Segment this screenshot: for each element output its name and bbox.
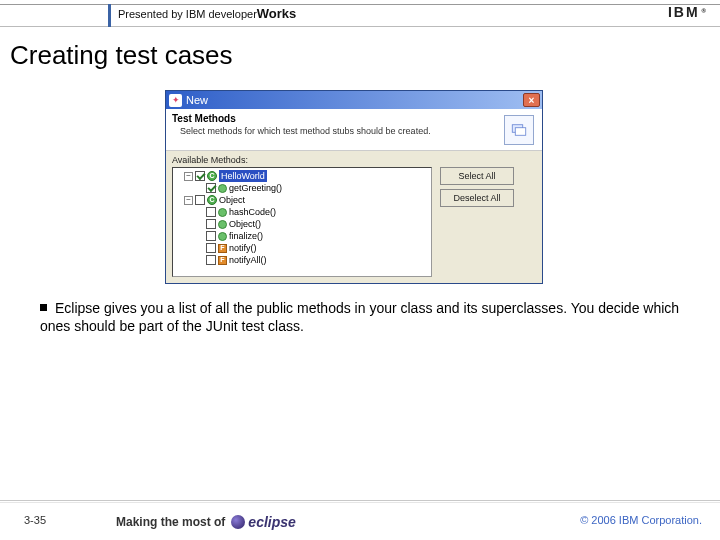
ibm-brand-text: IBM bbox=[668, 4, 700, 20]
slide-title: Creating test cases bbox=[10, 40, 233, 71]
banner-subtitle: Select methods for which test method stu… bbox=[180, 126, 536, 136]
tree-row-class[interactable]: − C Object bbox=[176, 194, 428, 206]
dialog-body: Available Methods: − C HelloWorld getG bbox=[166, 151, 542, 283]
selection-buttons: Select All Deselect All bbox=[440, 167, 514, 277]
available-methods-label: Available Methods: bbox=[172, 155, 536, 165]
footer-tagline: Making the most of eclipse bbox=[116, 514, 296, 530]
checkbox[interactable] bbox=[206, 243, 216, 253]
method-icon bbox=[218, 220, 227, 229]
eclipse-logo: eclipse bbox=[231, 514, 295, 530]
developer-label: developer bbox=[209, 8, 257, 20]
tree-class-label: Object bbox=[219, 194, 245, 206]
checkbox[interactable] bbox=[195, 171, 205, 181]
making-prefix: Making the most of bbox=[116, 515, 225, 529]
final-method-icon: F bbox=[218, 256, 227, 265]
class-icon: C bbox=[207, 171, 217, 181]
slide-footer: 3-35 Making the most of eclipse © 2006 I… bbox=[0, 500, 720, 540]
works-label: Works bbox=[257, 6, 297, 21]
bullet-paragraph: Eclipse gives you a list of all the publ… bbox=[40, 300, 686, 335]
slide-header: Presented by IBM developerWorks IBM® bbox=[0, 0, 720, 30]
accent-bar bbox=[108, 4, 111, 27]
methods-tree[interactable]: − C HelloWorld getGreeting() − bbox=[172, 167, 432, 277]
wizard-banner: Test Methods Select methods for which te… bbox=[166, 109, 542, 151]
method-icon bbox=[218, 208, 227, 217]
tree-class-label: HelloWorld bbox=[219, 170, 267, 182]
window-titlebar[interactable]: ✦ New × bbox=[166, 91, 542, 109]
new-dialog-window: ✦ New × Test Methods Select methods for … bbox=[165, 90, 543, 284]
copyright-label: © 2006 IBM Corporation. bbox=[580, 514, 702, 526]
eclipse-word: eclipse bbox=[248, 514, 295, 530]
tree-row-method[interactable]: Object() bbox=[176, 218, 428, 230]
presented-by-label: Presented by IBM developerWorks bbox=[118, 6, 296, 21]
checkbox[interactable] bbox=[195, 195, 205, 205]
final-method-icon: F bbox=[218, 244, 227, 253]
tree-row-method[interactable]: getGreeting() bbox=[176, 182, 428, 194]
collapse-icon[interactable]: − bbox=[184, 196, 193, 205]
window-title: New bbox=[186, 94, 208, 106]
close-icon: × bbox=[529, 95, 535, 106]
method-icon bbox=[218, 184, 227, 193]
collapse-icon[interactable]: − bbox=[184, 172, 193, 181]
tree-method-label: hashCode() bbox=[229, 206, 276, 218]
presented-prefix: Presented by IBM bbox=[118, 8, 209, 20]
page-number: 3-35 bbox=[24, 514, 46, 526]
checkbox[interactable] bbox=[206, 183, 216, 193]
checkbox[interactable] bbox=[206, 207, 216, 217]
divider bbox=[0, 502, 720, 503]
bullet-text: Eclipse gives you a list of all the publ… bbox=[40, 300, 679, 334]
tree-method-label: Object() bbox=[229, 218, 261, 230]
dialog-screenshot: ✦ New × Test Methods Select methods for … bbox=[165, 90, 543, 285]
select-all-button[interactable]: Select All bbox=[440, 167, 514, 185]
class-icon: C bbox=[207, 195, 217, 205]
divider bbox=[0, 500, 720, 501]
tree-method-label: finalize() bbox=[229, 230, 263, 242]
method-icon bbox=[218, 232, 227, 241]
checkbox[interactable] bbox=[206, 255, 216, 265]
svg-rect-1 bbox=[515, 128, 526, 136]
banner-title: Test Methods bbox=[172, 113, 536, 124]
wizard-decor-icon bbox=[504, 115, 534, 145]
deselect-all-button[interactable]: Deselect All bbox=[440, 189, 514, 207]
tree-method-label: notify() bbox=[229, 242, 257, 254]
tree-method-label: getGreeting() bbox=[229, 182, 282, 194]
tree-row-method[interactable]: F notifyAll() bbox=[176, 254, 428, 266]
tree-row-class[interactable]: − C HelloWorld bbox=[176, 170, 428, 182]
eclipse-orb-icon bbox=[231, 515, 245, 529]
tree-row-method[interactable]: hashCode() bbox=[176, 206, 428, 218]
ibm-logo: IBM® bbox=[668, 4, 706, 20]
checkbox[interactable] bbox=[206, 219, 216, 229]
registered-mark: ® bbox=[702, 8, 708, 14]
tree-row-method[interactable]: F notify() bbox=[176, 242, 428, 254]
tree-row-method[interactable]: finalize() bbox=[176, 230, 428, 242]
checkbox[interactable] bbox=[206, 231, 216, 241]
tree-method-label: notifyAll() bbox=[229, 254, 267, 266]
bullet-icon bbox=[40, 304, 47, 311]
close-button[interactable]: × bbox=[523, 93, 540, 107]
wizard-icon: ✦ bbox=[169, 94, 182, 107]
